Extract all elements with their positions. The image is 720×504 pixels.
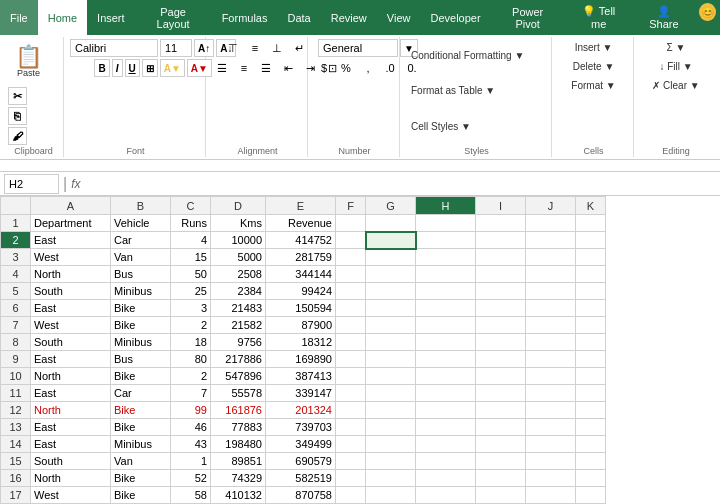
cell[interactable]: [416, 334, 476, 351]
cell[interactable]: 18312: [266, 334, 336, 351]
align-top-button[interactable]: ⊤: [223, 39, 243, 57]
cell[interactable]: 74329: [211, 470, 266, 487]
row-header-4[interactable]: 4: [1, 266, 31, 283]
cell[interactable]: 9756: [211, 334, 266, 351]
cell[interactable]: [336, 351, 366, 368]
cell[interactable]: [366, 385, 416, 402]
cell[interactable]: 161876: [211, 402, 266, 419]
cell[interactable]: [476, 385, 526, 402]
cell[interactable]: [336, 436, 366, 453]
cell[interactable]: [476, 351, 526, 368]
cell[interactable]: Bike: [111, 419, 171, 436]
cell[interactable]: [576, 232, 606, 249]
cell[interactable]: [416, 300, 476, 317]
cell[interactable]: [476, 334, 526, 351]
row-header-17[interactable]: 17: [1, 487, 31, 504]
cell[interactable]: [476, 368, 526, 385]
cell[interactable]: [336, 283, 366, 300]
cell[interactable]: Bike: [111, 317, 171, 334]
cell[interactable]: [366, 419, 416, 436]
col-header-H[interactable]: H: [416, 197, 476, 215]
cell[interactable]: [416, 402, 476, 419]
cell[interactable]: 58: [171, 487, 211, 504]
cell[interactable]: 15: [171, 249, 211, 266]
cell[interactable]: 2: [171, 317, 211, 334]
cell[interactable]: Kms: [211, 215, 266, 232]
wrap-text-button[interactable]: ↵: [289, 39, 309, 57]
cell[interactable]: [336, 402, 366, 419]
cell[interactable]: [366, 436, 416, 453]
cell[interactable]: 344144: [266, 266, 336, 283]
cell[interactable]: Van: [111, 249, 171, 266]
cell[interactable]: [576, 470, 606, 487]
cell[interactable]: [576, 266, 606, 283]
cell[interactable]: [576, 351, 606, 368]
col-header-J[interactable]: J: [526, 197, 576, 215]
cell[interactable]: Vehicle: [111, 215, 171, 232]
cell[interactable]: 21582: [211, 317, 266, 334]
cell[interactable]: Runs: [171, 215, 211, 232]
cell[interactable]: [526, 419, 576, 436]
cell[interactable]: [526, 453, 576, 470]
cell[interactable]: 217886: [211, 351, 266, 368]
tab-tell-me[interactable]: 💡 Tell me: [565, 0, 633, 35]
row-header-1[interactable]: 1: [1, 215, 31, 232]
cell[interactable]: [526, 402, 576, 419]
tab-view[interactable]: View: [377, 0, 421, 35]
cell[interactable]: [336, 453, 366, 470]
cell[interactable]: [476, 487, 526, 504]
cell[interactable]: East: [31, 419, 111, 436]
cell[interactable]: [576, 283, 606, 300]
cell[interactable]: 21483: [211, 300, 266, 317]
tab-home[interactable]: Home: [38, 0, 87, 35]
cell[interactable]: [366, 215, 416, 232]
border-button[interactable]: ⊞: [142, 59, 158, 77]
cell[interactable]: [526, 300, 576, 317]
cell[interactable]: [476, 283, 526, 300]
cell[interactable]: Bike: [111, 300, 171, 317]
clear-button[interactable]: ✗ Clear ▼: [647, 77, 704, 94]
format-as-table-button[interactable]: Format as Table ▼: [406, 82, 500, 99]
copy-button[interactable]: ⎘: [8, 107, 27, 125]
cell[interactable]: [576, 317, 606, 334]
row-header-6[interactable]: 6: [1, 300, 31, 317]
align-bottom-button[interactable]: ⊥: [267, 39, 287, 57]
format-button[interactable]: Format ▼: [566, 77, 620, 94]
row-header-10[interactable]: 10: [1, 368, 31, 385]
cell[interactable]: [576, 334, 606, 351]
cell[interactable]: Bike: [111, 487, 171, 504]
cell[interactable]: 3: [171, 300, 211, 317]
tab-developer[interactable]: Developer: [420, 0, 490, 35]
cell[interactable]: 150594: [266, 300, 336, 317]
tab-data[interactable]: Data: [277, 0, 320, 35]
cell[interactable]: Van: [111, 453, 171, 470]
col-header-D[interactable]: D: [211, 197, 266, 215]
cell[interactable]: [576, 419, 606, 436]
cell[interactable]: [366, 317, 416, 334]
cell[interactable]: 10000: [211, 232, 266, 249]
fill-color-button[interactable]: A▼: [160, 59, 185, 77]
cell[interactable]: 349499: [266, 436, 336, 453]
cell[interactable]: [576, 385, 606, 402]
cell[interactable]: Bike: [111, 402, 171, 419]
underline-button[interactable]: U: [125, 59, 140, 77]
currency-button[interactable]: $: [314, 59, 334, 77]
cell[interactable]: [416, 351, 476, 368]
cell[interactable]: [526, 385, 576, 402]
cell[interactable]: [576, 368, 606, 385]
cell[interactable]: [336, 300, 366, 317]
cell[interactable]: 387413: [266, 368, 336, 385]
cell[interactable]: [576, 436, 606, 453]
cell[interactable]: Minibus: [111, 283, 171, 300]
tab-page-layout[interactable]: Page Layout: [135, 0, 212, 35]
cell[interactable]: 1: [171, 453, 211, 470]
cell[interactable]: Minibus: [111, 436, 171, 453]
cell[interactable]: [336, 266, 366, 283]
cell[interactable]: [366, 283, 416, 300]
cell[interactable]: [476, 402, 526, 419]
cell[interactable]: [366, 266, 416, 283]
cell[interactable]: [416, 470, 476, 487]
tab-power-pivot[interactable]: Power Pivot: [491, 0, 565, 35]
cell[interactable]: [576, 402, 606, 419]
cell[interactable]: [526, 266, 576, 283]
